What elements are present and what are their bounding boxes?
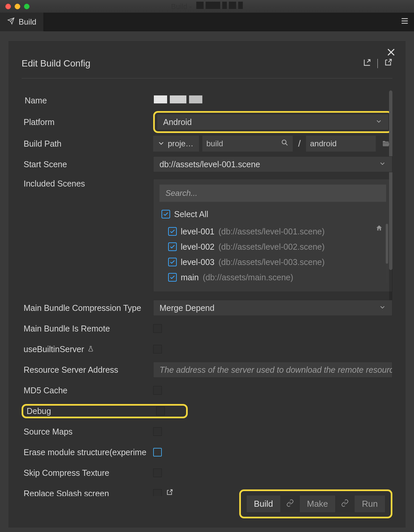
home-icon[interactable] (375, 224, 383, 234)
divider (377, 59, 378, 68)
svg-line-6 (286, 144, 288, 146)
path-sep: / (296, 136, 303, 152)
scene-checkbox[interactable] (168, 258, 177, 266)
build-config-panel: Edit Build Config *Name (8, 41, 406, 528)
scene-name: level-001 (181, 227, 214, 236)
scene-path: (db://assets/level-002.scene) (218, 242, 325, 252)
traffic-minimize[interactable] (15, 4, 20, 9)
build-path-root[interactable]: proje… (153, 136, 199, 152)
md5-label: MD5 Cache (24, 386, 67, 395)
external-icon[interactable] (166, 489, 173, 496)
panel-title: Edit Build Config (22, 58, 90, 69)
link-icon[interactable] (286, 499, 294, 509)
included-scenes-label: Included Scenes (24, 179, 85, 189)
make-button[interactable]: Make (299, 495, 336, 513)
build-path-label: Build Path (24, 139, 61, 149)
traffic-maximize[interactable] (24, 4, 30, 9)
build-button[interactable]: Build (246, 495, 281, 513)
chevron-down-icon (379, 160, 386, 169)
erase-label: Erase module structure(experime (24, 448, 147, 457)
compression-select[interactable]: Merge Depend (153, 300, 392, 316)
run-button[interactable]: Run (354, 495, 385, 513)
name-label: Name (25, 96, 47, 105)
svg-point-5 (282, 140, 286, 144)
source-maps-checkbox[interactable] (153, 427, 162, 436)
source-maps-label: Source Maps (24, 427, 72, 437)
paper-plane-icon (7, 17, 15, 27)
scene-path: (db://assets/main.scene) (203, 273, 293, 282)
start-scene-select[interactable]: db://assets/level-001.scene (153, 156, 392, 172)
scene-path: (db://assets/level-001.scene) (218, 227, 325, 236)
close-icon[interactable] (386, 47, 396, 60)
window-title: Build - (171, 2, 243, 11)
build-path-leaf[interactable]: android (306, 136, 376, 152)
scene-name: main (181, 273, 199, 282)
mac-title-bar: Build - (0, 0, 414, 13)
chevron-down-icon (375, 117, 382, 127)
traffic-close[interactable] (5, 4, 11, 9)
tab-label: Build (19, 17, 36, 27)
resource-addr-label: Resource Server Address (24, 365, 118, 375)
name-input[interactable] (151, 95, 392, 105)
skip-tex-label: Skip Compress Texture (24, 468, 109, 478)
select-all-checkbox[interactable] (161, 210, 170, 218)
menu-icon[interactable] (400, 16, 409, 28)
use-builtin-checkbox[interactable] (153, 345, 162, 353)
compression-label: Main Bundle Compression Type (24, 303, 141, 313)
scene-checkbox[interactable] (168, 273, 177, 282)
skip-tex-checkbox[interactable] (153, 468, 162, 477)
scene-checkbox[interactable] (168, 227, 177, 236)
scene-name: level-002 (181, 242, 214, 252)
resource-addr-input[interactable]: The address of the server used to downlo… (153, 362, 392, 378)
scenes-search-input[interactable]: Search... (159, 185, 386, 202)
form-area: *Name Platform Android Build Path (22, 90, 392, 496)
debug-label: Debug (27, 406, 51, 416)
debug-checkbox[interactable] (156, 407, 165, 415)
chevron-down-icon (379, 303, 386, 313)
included-scenes-box: Search... Select All level-001 (db://a (153, 179, 392, 292)
import-icon[interactable] (363, 58, 371, 69)
splash-label: Replace Splash screen (24, 489, 109, 496)
link-icon[interactable] (341, 499, 349, 509)
scene-scroll-thumb[interactable] (386, 224, 388, 264)
platform-value: Android (163, 117, 192, 127)
export-icon[interactable] (384, 58, 392, 69)
compression-value: Merge Depend (159, 303, 214, 313)
search-icon[interactable] (281, 139, 289, 149)
tab-build[interactable]: Build (0, 13, 44, 31)
start-scene-value: db://assets/level-001.scene (159, 160, 260, 169)
select-all-label: Select All (174, 209, 208, 219)
start-scene-label: Start Scene (24, 160, 67, 169)
splash-checkbox[interactable] (153, 489, 162, 496)
build-path-dir[interactable]: build (202, 136, 293, 152)
bundle-remote-checkbox[interactable] (153, 324, 162, 333)
chevron-down-icon (157, 139, 165, 149)
scene-checkbox[interactable] (168, 242, 177, 251)
scrollbar-thumb[interactable] (389, 90, 392, 270)
erase-checkbox[interactable] (153, 448, 162, 457)
scene-name: level-003 (181, 257, 214, 267)
use-builtin-label: useBuiltinServer (24, 344, 84, 354)
scene-path: (db://assets/level-003.scene) (218, 257, 325, 267)
platform-label: Platform (24, 117, 54, 127)
bundle-remote-label: Main Bundle Is Remote (24, 324, 110, 333)
platform-select[interactable]: Android (157, 114, 389, 130)
app-header: Build (0, 13, 414, 31)
md5-checkbox[interactable] (153, 386, 162, 395)
flask-icon (87, 344, 94, 354)
